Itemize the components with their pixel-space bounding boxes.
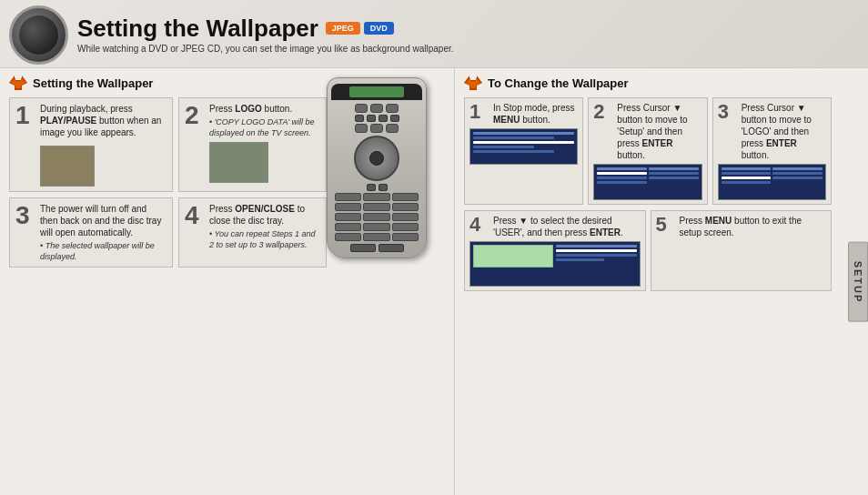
change-step-2-screen [593, 164, 701, 200]
step-3-box: 3 The power will turn off and then back … [9, 197, 173, 268]
step-3-number: 3 [15, 203, 35, 228]
remote-screen [349, 86, 404, 97]
change-step-4-screen [469, 241, 641, 287]
remote-num-6 [392, 203, 419, 211]
remote-btn-6 [386, 124, 399, 133]
remote-btn-3 [386, 104, 399, 113]
remote-fin-2 [378, 244, 404, 252]
step-1-number: 1 [15, 103, 35, 187]
left-section-title: Setting the Wallpaper [33, 76, 153, 90]
step-4-box: 4 Press OPEN/CLOSE to close the disc tra… [178, 197, 327, 268]
remote-btn-sm-4 [390, 115, 399, 122]
change-step-4-text: Press ▼ to select the desired 'USER', an… [493, 215, 641, 238]
change-step-5: 5 Press MENU button to exit the setup sc… [651, 210, 833, 291]
remote-btn-sm-5 [367, 184, 376, 191]
format-badges: JPEG DVD [326, 22, 394, 35]
remote-bot-2 [363, 223, 389, 231]
remote-dpad-center [369, 151, 384, 166]
dvd-badge: DVD [364, 22, 394, 35]
change-step-3-num: 3 [718, 102, 738, 161]
step-4-content: Press OPEN/CLOSE to close the disc tray.… [209, 203, 320, 250]
step-2-thumb [209, 142, 268, 183]
remote-body [327, 77, 427, 258]
remote-num-1 [335, 193, 361, 201]
section-icon-left [9, 76, 27, 90]
remote-numpad [335, 193, 419, 221]
remote-num-3 [392, 193, 419, 201]
right-section-title: To Change the Wallpaper [488, 76, 629, 90]
change-step-4-num: 4 [469, 215, 490, 238]
remote-btn-1 [355, 104, 368, 113]
change-step-2-num: 2 [593, 102, 613, 161]
remote-btn-sm-2 [367, 115, 376, 122]
change-step-1-text: In Stop mode, press MENU button. [493, 102, 578, 126]
remote-btn-sm-6 [378, 184, 388, 191]
remote-btn-4 [355, 124, 368, 133]
setup-tab: SETUP [848, 241, 868, 322]
remote-num-9 [392, 213, 419, 221]
remote-btn-sm-3 [378, 115, 388, 122]
remote-btn-sm-1 [355, 115, 364, 122]
remote-bot-5 [363, 233, 389, 241]
step-2-content: Press LOGO button. • 'COPY LOGO DATA' wi… [209, 103, 320, 187]
logo-disc [9, 5, 68, 65]
remote-top [331, 84, 422, 100]
step-4-number: 4 [185, 203, 205, 228]
section-icon-right [464, 76, 482, 90]
change-step-2: 2 Press Cursor ▼ button to move to 'Setu… [588, 97, 707, 205]
page-header: Setting the Wallpaper JPEG DVD While wat… [0, 0, 868, 68]
header-title-block: Setting the Wallpaper JPEG DVD While wat… [77, 15, 868, 55]
remote-bot-1 [335, 223, 361, 231]
step-1-box: 1 During playback, press PLAY/PAUSE butt… [9, 97, 173, 192]
remote-control [327, 77, 436, 258]
remote-btn-2 [370, 104, 383, 113]
left-panel: Setting the Wallpaper 1 During playback,… [0, 68, 455, 495]
right-panel: To Change the Wallpaper 1 In Stop mode, … [455, 68, 868, 495]
change-step-4: 4 Press ▼ to select the desired 'USER', … [464, 210, 646, 291]
change-step-2-text: Press Cursor ▼ button to move to 'Setup'… [617, 102, 701, 161]
remote-num-7 [335, 213, 361, 221]
step-3-content: The power will turn off and then back on… [40, 203, 167, 262]
change-step-1-num: 1 [469, 102, 490, 126]
remote-bot-3 [392, 223, 419, 231]
right-section-header: To Change the Wallpaper [464, 76, 832, 90]
remote-bot-4 [335, 233, 361, 241]
step-2-number: 2 [185, 103, 205, 187]
change-step-1: 1 In Stop mode, press MENU button. [464, 97, 583, 205]
remote-btn-5 [370, 124, 383, 133]
page-title: Setting the Wallpaper [77, 15, 318, 42]
remote-num-5 [363, 203, 389, 211]
change-step-5-num: 5 [656, 215, 676, 238]
step-1-thumb-a [40, 146, 95, 187]
jpeg-badge: JPEG [326, 22, 360, 35]
remote-dpad [354, 136, 399, 181]
remote-num-8 [363, 213, 389, 221]
page-subtitle: While watching a DVD or JPEG CD, you can… [77, 44, 868, 54]
change-step-3: 3 Press Cursor ▼ button to move to 'LOGO… [712, 97, 832, 205]
remote-bot-6 [392, 233, 419, 241]
change-step-5-text: Press MENU button to exit the setup scre… [680, 215, 827, 238]
step-1-content: During playback, press PLAY/PAUSE button… [40, 103, 167, 187]
remote-num-4 [335, 203, 361, 211]
change-step-1-screen [469, 128, 578, 165]
step-2-box: 2 Press LOGO button. • 'COPY LOGO DATA' … [178, 97, 327, 192]
remote-fin-1 [350, 244, 376, 252]
main-content: Setting the Wallpaper 1 During playback,… [0, 68, 868, 495]
remote-num-2 [363, 193, 389, 201]
remote-bottom-btns [335, 223, 419, 241]
remote-final-row [331, 244, 422, 252]
change-step-3-screen [718, 164, 826, 200]
change-step-3-text: Press Cursor ▼ button to move to 'LOGO' … [742, 102, 826, 161]
